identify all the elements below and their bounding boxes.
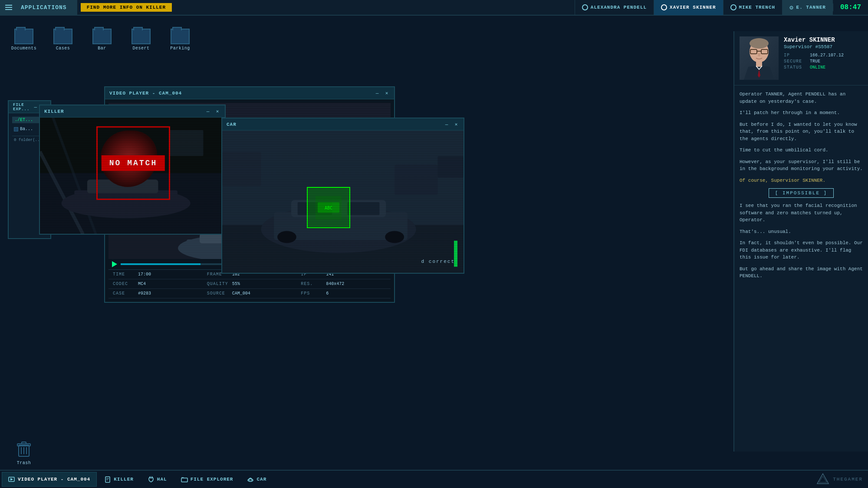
source-val: CAM_004 xyxy=(232,291,250,296)
svg-text:ABC: ABC xyxy=(325,205,332,210)
video-meta: TIME 17:00 FRAME 102 IP 141 CODEC xyxy=(108,269,391,298)
desktop-icon-desert[interactable]: Desert xyxy=(126,29,156,51)
taskbar-video-label: VIDEO PLAYER - CAM_004 xyxy=(18,477,90,482)
video-player-minimize[interactable]: — xyxy=(374,90,380,96)
meta-case: CASE #9283 xyxy=(108,289,203,298)
profile-name: Xavier SKINNER xyxy=(784,36,863,43)
killer-close[interactable]: ✕ xyxy=(214,108,220,115)
desert-label: Desert xyxy=(132,46,149,51)
taskbar-right: THEGAMER xyxy=(816,473,866,486)
case-key: CASE xyxy=(113,291,135,296)
corner-br xyxy=(165,195,170,200)
taskbar-hal-label: HAL xyxy=(157,477,167,482)
car-window: CAR — ✕ xyxy=(221,118,464,274)
car-titlebar[interactable]: CAR — ✕ xyxy=(222,118,464,131)
time-key: TIME xyxy=(113,272,135,277)
desktop: Documents Cases Bar Desert Parking Trash xyxy=(0,16,868,470)
profile-name-section: Xavier SKINNER Supervisor #S5587 IP 166.… xyxy=(784,36,863,80)
car-minimize[interactable]: — xyxy=(444,121,450,128)
time-val: 17:00 xyxy=(138,272,151,277)
response-btn-text: IMPOSSIBLE xyxy=(783,190,820,196)
meta-row-2: CODEC MC4 QUALITY 55% RES. 840x472 xyxy=(108,279,391,289)
profile-status-row: STATUS ONLINE xyxy=(784,65,863,70)
svg-point-54 xyxy=(750,38,769,49)
svg-rect-2 xyxy=(22,442,26,444)
svg-marker-61 xyxy=(10,478,13,481)
quality-val: 55% xyxy=(232,282,240,286)
car-close[interactable]: ✕ xyxy=(453,121,459,128)
chat-msg-1: I'll patch her through in a moment. xyxy=(740,109,863,117)
contact-trench-label: MIKE TRENCH xyxy=(739,5,776,10)
taskbar-killer-label: KILLER xyxy=(114,477,134,482)
phone-icon-trench xyxy=(730,4,736,10)
desktop-icon-cases[interactable]: Cases xyxy=(48,29,78,51)
killer-titlebar[interactable]: KILLER — ✕ xyxy=(40,105,225,118)
secure-key-label: SECURE xyxy=(784,59,806,64)
meta-row-3: CASE #9283 SOURCE CAM_004 FPS 6 xyxy=(108,289,391,298)
taskbar-hal-icon xyxy=(148,476,155,482)
contact-pendell-label: ALEXANDRA PENDELL xyxy=(591,5,647,10)
chat-area: Operator TANNER, Agent PENDELL has an up… xyxy=(734,85,868,452)
taskbar-car-label: CAR xyxy=(256,477,266,482)
profile-title: Supervisor #S5587 xyxy=(784,44,863,49)
desert-folder-icon xyxy=(132,29,151,44)
svg-rect-59 xyxy=(756,62,762,67)
chat-msg-2: But before I do, I wanted to let you kno… xyxy=(740,121,863,143)
car-match-box: ABC xyxy=(308,188,349,227)
status-key-label: STATUS xyxy=(784,65,806,70)
correct-text: d correct xyxy=(421,259,455,264)
bar-folder-icon xyxy=(92,29,112,44)
file-explorer-minimize[interactable]: — xyxy=(33,104,38,110)
profile-photo xyxy=(740,36,779,80)
video-player-titlebar[interactable]: VIDEO PLAYER - CAM_004 — ✕ xyxy=(105,87,394,99)
cases-folder-icon xyxy=(53,29,72,44)
chat-msg-7: That's... unusual. xyxy=(740,228,863,236)
response-button[interactable]: [ IMPOSSIBLE ] xyxy=(769,188,834,198)
video-player-title: VIDEO PLAYER - CAM_004 xyxy=(109,91,371,96)
source-key: SOURCE xyxy=(207,291,229,296)
desktop-icon-trash[interactable]: Trash xyxy=(9,440,39,465)
no-match-label: NO MATCH xyxy=(102,155,165,171)
killer-window: KILLER — ✕ xyxy=(39,105,226,235)
contact-skinner-label: XAVIER SKINNER xyxy=(670,5,716,10)
correct-label: d correct xyxy=(421,259,455,264)
meta-fps: FPS 6 xyxy=(296,289,391,298)
taskbar-file-explorer[interactable]: FILE EXPLORER xyxy=(174,472,240,487)
ip-value: 166.27.107.12 xyxy=(810,53,844,58)
contact-pendell[interactable]: ALEXANDRA PENDELL xyxy=(575,0,654,15)
res-key: RES. xyxy=(301,282,322,286)
secure-value: TRUE xyxy=(810,59,820,64)
desktop-icon-parking[interactable]: Parking xyxy=(165,29,195,51)
meta-time: TIME 17:00 xyxy=(108,270,203,279)
desktop-icon-documents[interactable]: Documents xyxy=(9,29,39,51)
contacts-bar: ALEXANDRA PENDELL XAVIER SKINNER MIKE TR… xyxy=(575,0,868,15)
taskbar-video-player[interactable]: VIDEO PLAYER - CAM_004 xyxy=(2,472,97,487)
killer-video-bg: NO MATCH xyxy=(40,118,225,234)
play-button[interactable] xyxy=(112,261,117,267)
trash-label: Trash xyxy=(17,461,31,465)
taskbar-car[interactable]: CAR xyxy=(240,472,273,487)
killer-minimize[interactable]: — xyxy=(205,108,211,115)
file-explorer-title: FILE EXP... xyxy=(13,103,30,111)
clock-display: 08:47 xyxy=(833,3,868,11)
taskbar-hal[interactable]: HAL xyxy=(141,472,174,487)
taskbar-killer[interactable]: KILLER xyxy=(98,472,140,487)
car-content: ABC d correct xyxy=(222,131,464,273)
bar-label: Bar xyxy=(98,46,106,51)
gear-icon: ⚙ xyxy=(789,4,793,11)
contact-trench[interactable]: MIKE TRENCH xyxy=(723,0,783,15)
contact-tanner[interactable]: ⚙ E. TANNER xyxy=(782,0,833,15)
video-player-close[interactable]: ✕ xyxy=(384,90,390,96)
desktop-icon-bar[interactable]: Bar xyxy=(87,29,117,51)
corner-bl xyxy=(96,195,102,200)
taskbar: VIDEO PLAYER - CAM_004 KILLER HAL xyxy=(0,470,868,488)
thegamer-label: THEGAMER xyxy=(833,477,863,482)
contact-skinner[interactable]: XAVIER SKINNER xyxy=(654,0,723,15)
svg-rect-65 xyxy=(181,478,187,482)
alert-banner[interactable]: FIND MORE INFO ON KILLER xyxy=(81,3,172,12)
applications-menu[interactable]: APPLICATIONS xyxy=(0,0,77,15)
corner-tl xyxy=(96,126,102,131)
meta-source: SOURCE CAM_004 xyxy=(203,289,297,298)
documents-folder-icon xyxy=(14,29,33,44)
progress-fill xyxy=(121,263,201,265)
